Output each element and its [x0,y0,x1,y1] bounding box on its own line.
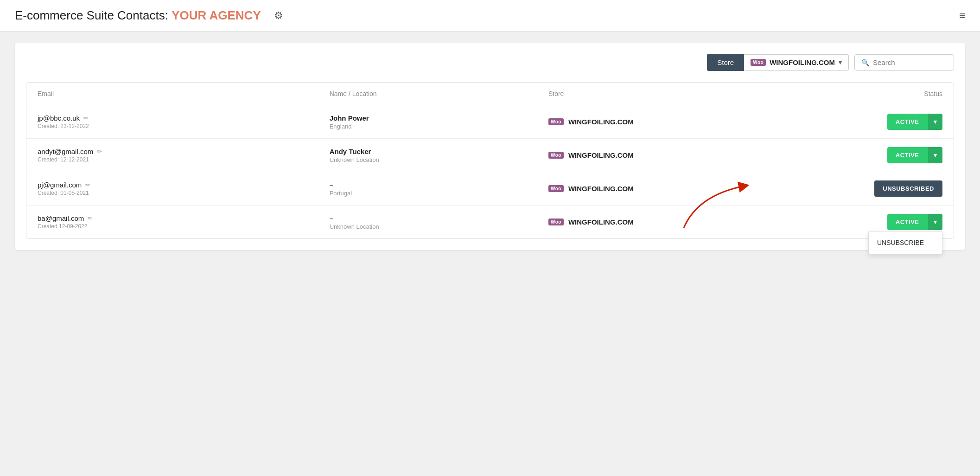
woo-logo: Woo [548,185,564,192]
store-cell: Woo WINGFOILING.COM [548,151,767,159]
status-cell: ACTIVE ▾ UNSUBSCRIBE [767,214,942,230]
store-cell: Woo WINGFOILING.COM [548,118,767,126]
contact-location: Portugal [330,190,548,197]
col-store: Store [548,90,767,97]
store-name: WINGFOILING.COM [568,151,634,159]
name-cell: Andy Tucker Unknown Location [330,148,548,163]
status-cell: ACTIVE ▾ [767,147,942,163]
status-dropdown-btn[interactable]: ▾ [928,214,943,230]
status-active-badge[interactable]: ACTIVE ▾ [887,114,942,130]
woo-logo: Woo [548,118,564,125]
store-dropdown[interactable]: Woo WINGFOILING.COM ▾ [744,54,849,71]
search-box: 🔍 [854,54,954,71]
status-dropdown-btn[interactable]: ▾ [928,147,943,163]
unsubscribe-option[interactable]: UNSUBSCRIBE [869,234,942,251]
store-cell: Woo WINGFOILING.COM [548,218,767,226]
store-label-button[interactable]: Store [707,54,744,71]
email-cell: ba@gmail.com ✏ Created 12-09-2022 [38,214,330,230]
store-name: WINGFOILING.COM [568,118,634,126]
store-name: WINGFOILING.COM [568,185,634,193]
contact-name: – [330,214,548,222]
status-dropdown-btn[interactable]: ▾ [928,114,943,130]
title-prefix: E-commerce Suite Contacts: [15,8,168,22]
status-dropdown-container: ACTIVE ▾ UNSUBSCRIBE [887,214,942,230]
page-title: E-commerce Suite Contacts: YOUR AGENCY ⚙ [15,8,283,23]
col-email: Email [38,90,330,97]
woo-logo: Woo [548,219,564,225]
email-cell: pj@gmail.com ✏ Created: 01-05-2021 [38,181,330,196]
name-cell: – Portugal [330,181,548,197]
table-row: jp@bbc.co.uk ✏ Created: 23-12-2022 John … [26,105,954,139]
woo-logo: Woo [548,152,564,159]
status-unsubscribed-badge[interactable]: UNSUBSCRIBED [874,180,942,197]
contact-location: Unknown Location [330,156,548,163]
status-active-text: ACTIVE [887,214,928,230]
contact-name: Andy Tucker [330,148,548,155]
status-cell: ACTIVE ▾ [767,114,942,130]
email-value: ba@gmail.com [38,214,84,222]
status-dropdown-menu: UNSUBSCRIBE [868,231,942,254]
top-bar: E-commerce Suite Contacts: YOUR AGENCY ⚙… [0,0,980,32]
store-cell: Woo WINGFOILING.COM [548,185,767,193]
name-cell: John Power England [330,114,548,130]
chevron-down-icon: ▾ [839,59,842,66]
title-agency: YOUR AGENCY [172,8,261,22]
edit-icon[interactable]: ✏ [85,181,90,188]
edit-icon[interactable]: ✏ [97,148,102,155]
edit-icon[interactable]: ✏ [83,115,89,122]
status-active-text: ACTIVE [887,147,928,163]
status-active-text: ACTIVE [887,114,928,130]
edit-icon[interactable]: ✏ [88,215,93,222]
store-name: WINGFOILING.COM [568,218,634,226]
email-cell: jp@bbc.co.uk ✏ Created: 23-12-2022 [38,114,330,129]
table-row: ba@gmail.com ✏ Created 12-09-2022 – Unkn… [26,206,954,238]
table-row: pj@gmail.com ✏ Created: 01-05-2021 – Por… [26,172,954,206]
store-name: WINGFOILING.COM [770,58,835,66]
email-value: pj@gmail.com [38,181,82,189]
email-cell: andyt@gmail.com ✏ Created: 12-12-2021 [38,148,330,163]
created-date: Created 12-09-2022 [38,223,330,230]
col-name: Name / Location [330,90,548,97]
store-bar: Store Woo WINGFOILING.COM ▾ 🔍 [26,54,954,71]
main-content: Store Woo WINGFOILING.COM ▾ 🔍 Email Name… [0,32,980,261]
contact-name: John Power [330,114,548,122]
status-active-badge[interactable]: ACTIVE ▾ [887,147,942,163]
created-date: Created: 12-12-2021 [38,156,330,163]
woo-logo: Woo [751,59,766,66]
email-value: andyt@gmail.com [38,148,93,155]
table-header: Email Name / Location Store Status [26,83,954,105]
contact-location: Unknown Location [330,223,548,230]
status-cell: UNSUBSCRIBED [767,180,942,197]
search-icon: 🔍 [861,59,869,66]
search-input[interactable] [873,58,947,66]
contact-name: – [330,181,548,189]
name-cell: – Unknown Location [330,214,548,230]
created-date: Created: 23-12-2022 [38,123,330,129]
email-value: jp@bbc.co.uk [38,114,80,122]
gear-icon[interactable]: ⚙ [274,10,283,22]
hamburger-icon[interactable]: ≡ [959,10,965,22]
contacts-table: Email Name / Location Store Status jp@bb… [26,82,954,239]
outer-card: Store Woo WINGFOILING.COM ▾ 🔍 Email Name… [15,43,965,250]
status-active-badge[interactable]: ACTIVE ▾ [887,214,942,230]
col-status: Status [767,90,942,97]
created-date: Created: 01-05-2021 [38,190,330,196]
contact-location: England [330,123,548,130]
table-row: andyt@gmail.com ✏ Created: 12-12-2021 An… [26,139,954,172]
